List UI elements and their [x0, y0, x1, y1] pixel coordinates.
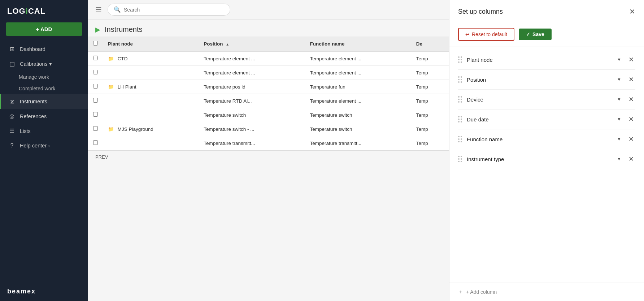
- column-item-position: Position ▼ ✕: [458, 70, 635, 90]
- expand-icon[interactable]: ▶: [95, 26, 100, 34]
- cell-position: Temperature pos id: [199, 80, 305, 94]
- column-dropdown-icon[interactable]: ▼: [615, 96, 623, 103]
- cell-function-name: Temperature element ...: [305, 66, 411, 80]
- sidebar-footer: beamex: [0, 282, 88, 301]
- row-checkbox[interactable]: [93, 140, 98, 145]
- cell-plant-node: [103, 108, 199, 122]
- dashboard-icon: ⊞: [8, 46, 16, 52]
- add-icon: ＋: [458, 289, 463, 295]
- column-name: Position: [467, 77, 611, 83]
- sidebar-item-help-center[interactable]: ? Help center ›: [0, 138, 88, 153]
- column-dropdown-icon[interactable]: ▼: [615, 116, 623, 122]
- drag-handle[interactable]: [458, 76, 462, 83]
- row-checkbox-cell[interactable]: [88, 66, 103, 80]
- column-item-device: Device ▼ ✕: [458, 90, 635, 109]
- cell-position: Temperature transmitt...: [199, 136, 305, 150]
- cell-plant-node: [103, 94, 199, 108]
- column-remove-icon[interactable]: ✕: [627, 115, 635, 124]
- drag-handle[interactable]: [458, 56, 462, 63]
- column-dropdown-icon[interactable]: ▼: [615, 156, 623, 162]
- add-column-button[interactable]: ＋ + Add column: [449, 283, 644, 301]
- table-row: 📁 LH Plant Temperature pos id Temperatur…: [88, 80, 449, 94]
- cell-position: Temperature RTD Al...: [199, 94, 305, 108]
- column-remove-icon[interactable]: ✕: [627, 75, 635, 84]
- sidebar-item-references[interactable]: ◎ References: [0, 109, 88, 124]
- row-checkbox[interactable]: [93, 112, 98, 117]
- row-checkbox-cell[interactable]: [88, 136, 103, 150]
- menu-icon[interactable]: ☰: [95, 5, 102, 14]
- row-checkbox[interactable]: [93, 84, 98, 89]
- select-all-header[interactable]: [88, 36, 103, 51]
- column-name: Instrument type: [467, 156, 611, 162]
- add-button[interactable]: + ADD: [6, 22, 82, 36]
- cell-plant-node: [103, 66, 199, 80]
- panel-header: Set up columns ✕: [449, 0, 644, 22]
- table-body: 📁 CTD Temperature element ... Temperatur…: [88, 51, 449, 150]
- beamex-logo: beamex: [7, 288, 81, 295]
- search-box: 🔍: [108, 4, 230, 16]
- column-remove-icon[interactable]: ✕: [627, 95, 635, 104]
- topbar: ☰ 🔍: [88, 0, 449, 20]
- calibrations-icon: ◫: [8, 60, 16, 67]
- instruments-area: ▶ Instruments Plant node Position ▲ Func…: [88, 20, 449, 301]
- instruments-header: ▶ Instruments: [88, 20, 449, 36]
- row-checkbox-cell[interactable]: [88, 122, 103, 136]
- reset-to-default-button[interactable]: ↩ Reset to default: [458, 28, 514, 41]
- column-dropdown-icon[interactable]: ▼: [615, 136, 623, 142]
- app-logo: LOGiCAL: [7, 7, 45, 16]
- cell-device: Temp: [411, 136, 449, 150]
- select-all-checkbox[interactable]: [93, 41, 98, 46]
- col-header-device[interactable]: De: [411, 36, 449, 51]
- drag-handle[interactable]: [458, 116, 462, 123]
- sidebar-item-completed-work[interactable]: Completed work: [0, 83, 88, 94]
- row-checkbox-cell[interactable]: [88, 94, 103, 108]
- reset-label: Reset to default: [472, 31, 507, 37]
- save-label: Save: [532, 31, 544, 37]
- lists-icon: ☰: [8, 128, 16, 134]
- sidebar-item-dashboard[interactable]: ⊞ Dashboard: [0, 42, 88, 56]
- col-header-position[interactable]: Position ▲: [199, 36, 305, 51]
- column-remove-icon[interactable]: ✕: [627, 134, 635, 144]
- drag-handle[interactable]: [458, 136, 462, 143]
- row-checkbox[interactable]: [93, 126, 98, 131]
- drag-handle[interactable]: [458, 156, 462, 163]
- column-name: Due date: [467, 116, 611, 122]
- table-row: Temperature RTD Al... Temperature elemen…: [88, 94, 449, 108]
- drag-handle[interactable]: [458, 96, 462, 103]
- row-checkbox[interactable]: [93, 56, 98, 60]
- col-header-function-name[interactable]: Function name: [305, 36, 411, 51]
- prev-label[interactable]: PREV: [95, 154, 108, 160]
- prev-bar: PREV: [88, 150, 449, 163]
- col-header-plant-node[interactable]: Plant node: [103, 36, 199, 51]
- folder-icon: 📁: [108, 126, 114, 132]
- cell-function-name: Temperature switch: [305, 108, 411, 122]
- search-icon: 🔍: [114, 6, 121, 13]
- sidebar-item-label: Help center ›: [20, 143, 50, 149]
- row-checkbox-cell[interactable]: [88, 80, 103, 94]
- column-dropdown-icon[interactable]: ▼: [615, 56, 623, 63]
- column-dropdown-icon[interactable]: ▼: [615, 76, 623, 83]
- row-checkbox[interactable]: [93, 98, 98, 103]
- row-checkbox-cell[interactable]: [88, 51, 103, 66]
- save-button[interactable]: ✓ Save: [519, 29, 552, 40]
- search-input[interactable]: [124, 7, 224, 13]
- sidebar-item-label: Instruments: [20, 99, 47, 104]
- row-checkbox[interactable]: [93, 70, 98, 74]
- logo-area: LOGiCAL: [0, 0, 88, 21]
- add-column-label: + Add column: [466, 289, 497, 295]
- column-remove-icon[interactable]: ✕: [627, 154, 635, 164]
- main-area: ☰ 🔍 ▶ Instruments Plant node Position ▲: [88, 0, 449, 301]
- close-icon[interactable]: ✕: [629, 7, 635, 16]
- help-icon: ?: [8, 142, 16, 149]
- folder-icon: 📁: [108, 84, 114, 90]
- sidebar-item-manage-work[interactable]: Manage work: [0, 71, 88, 83]
- column-item-function-name: Function name ▼ ✕: [458, 129, 635, 149]
- sidebar-item-calibrations[interactable]: ◫ Calibrations ▾: [0, 56, 88, 71]
- column-remove-icon[interactable]: ✕: [627, 55, 635, 64]
- row-checkbox-cell[interactable]: [88, 108, 103, 122]
- sidebar-item-instruments[interactable]: ⧖ Instruments: [0, 94, 88, 109]
- references-icon: ◎: [8, 113, 16, 120]
- instruments-icon: ⧖: [8, 98, 16, 105]
- sidebar-item-lists[interactable]: ☰ Lists: [0, 124, 88, 138]
- panel-title: Set up columns: [458, 8, 503, 16]
